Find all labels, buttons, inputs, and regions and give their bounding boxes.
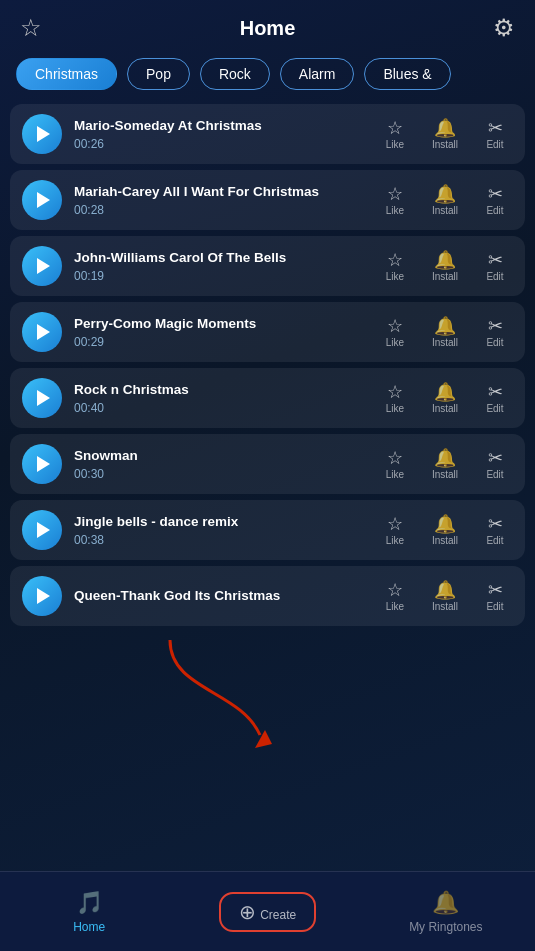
category-rock[interactable]: Rock bbox=[200, 58, 270, 90]
song-title: Jingle bells - dance remix bbox=[74, 513, 365, 531]
install-icon: 🔔 bbox=[434, 515, 456, 533]
bottom-nav: 🎵 Home ⊕ Create 🔔 My Ringtones bbox=[0, 871, 535, 951]
header: ☆ Home ⚙ bbox=[0, 0, 535, 52]
edit-action[interactable]: ✂ Edit bbox=[477, 383, 513, 414]
song-duration: 00:28 bbox=[74, 203, 365, 217]
install-icon: 🔔 bbox=[434, 119, 456, 137]
like-action[interactable]: ☆ Like bbox=[377, 449, 413, 480]
song-duration: 00:30 bbox=[74, 467, 365, 481]
song-row: Queen-Thank God Its Christmas ☆ Like 🔔 I… bbox=[10, 566, 525, 626]
edit-action[interactable]: ✂ Edit bbox=[477, 251, 513, 282]
play-icon bbox=[37, 522, 50, 538]
edit-label: Edit bbox=[486, 271, 503, 282]
edit-action[interactable]: ✂ Edit bbox=[477, 185, 513, 216]
ringtones-icon: 🔔 bbox=[432, 890, 459, 916]
like-action[interactable]: ☆ Like bbox=[377, 383, 413, 414]
edit-icon: ✂ bbox=[488, 449, 503, 467]
category-bar: Christmas Pop Rock Alarm Blues & bbox=[0, 52, 535, 104]
edit-action[interactable]: ✂ Edit bbox=[477, 317, 513, 348]
play-button[interactable] bbox=[22, 312, 62, 352]
edit-action[interactable]: ✂ Edit bbox=[477, 119, 513, 150]
nav-my-ringtones[interactable]: 🔔 My Ringtones bbox=[357, 872, 535, 951]
edit-icon: ✂ bbox=[488, 581, 503, 599]
like-action[interactable]: ☆ Like bbox=[377, 251, 413, 282]
song-row: John-Williams Carol Of The Bells 00:19 ☆… bbox=[10, 236, 525, 296]
category-pop[interactable]: Pop bbox=[127, 58, 190, 90]
nav-create[interactable]: ⊕ Create bbox=[178, 872, 356, 951]
install-action[interactable]: 🔔 Install bbox=[427, 185, 463, 216]
like-action[interactable]: ☆ Like bbox=[377, 515, 413, 546]
play-icon bbox=[37, 126, 50, 142]
install-action[interactable]: 🔔 Install bbox=[427, 449, 463, 480]
like-action[interactable]: ☆ Like bbox=[377, 185, 413, 216]
like-action[interactable]: ☆ Like bbox=[377, 581, 413, 612]
star-icon[interactable]: ☆ bbox=[20, 14, 42, 42]
song-list: Mario-Someday At Christmas 00:26 ☆ Like … bbox=[0, 104, 535, 626]
install-icon: 🔔 bbox=[434, 251, 456, 269]
song-actions: ☆ Like 🔔 Install ✂ Edit bbox=[377, 251, 513, 282]
like-icon: ☆ bbox=[387, 317, 403, 335]
install-action[interactable]: 🔔 Install bbox=[427, 383, 463, 414]
install-label: Install bbox=[432, 205, 458, 216]
arrow-annotation bbox=[160, 630, 290, 754]
play-icon bbox=[37, 324, 50, 340]
nav-home[interactable]: 🎵 Home bbox=[0, 872, 178, 951]
play-button[interactable] bbox=[22, 510, 62, 550]
song-actions: ☆ Like 🔔 Install ✂ Edit bbox=[377, 449, 513, 480]
song-actions: ☆ Like 🔔 Install ✂ Edit bbox=[377, 185, 513, 216]
play-button[interactable] bbox=[22, 378, 62, 418]
install-action[interactable]: 🔔 Install bbox=[427, 515, 463, 546]
play-button[interactable] bbox=[22, 180, 62, 220]
category-alarm[interactable]: Alarm bbox=[280, 58, 355, 90]
install-action[interactable]: 🔔 Install bbox=[427, 581, 463, 612]
play-button[interactable] bbox=[22, 114, 62, 154]
edit-icon: ✂ bbox=[488, 515, 503, 533]
like-icon: ☆ bbox=[387, 515, 403, 533]
install-icon: 🔔 bbox=[434, 185, 456, 203]
install-icon: 🔔 bbox=[434, 317, 456, 335]
like-label: Like bbox=[386, 271, 404, 282]
edit-action[interactable]: ✂ Edit bbox=[477, 581, 513, 612]
settings-icon[interactable]: ⚙ bbox=[493, 14, 515, 42]
create-button[interactable]: ⊕ Create bbox=[219, 892, 316, 932]
edit-icon: ✂ bbox=[488, 119, 503, 137]
install-action[interactable]: 🔔 Install bbox=[427, 317, 463, 348]
install-action[interactable]: 🔔 Install bbox=[427, 119, 463, 150]
song-duration: 00:29 bbox=[74, 335, 365, 349]
play-button[interactable] bbox=[22, 444, 62, 484]
edit-label: Edit bbox=[486, 601, 503, 612]
song-row: Mariah-Carey All I Want For Christmas 00… bbox=[10, 170, 525, 230]
category-blues[interactable]: Blues & bbox=[364, 58, 450, 90]
like-icon: ☆ bbox=[387, 581, 403, 599]
play-button[interactable] bbox=[22, 576, 62, 616]
play-button[interactable] bbox=[22, 246, 62, 286]
edit-action[interactable]: ✂ Edit bbox=[477, 515, 513, 546]
edit-label: Edit bbox=[486, 403, 503, 414]
play-icon bbox=[37, 390, 50, 406]
like-label: Like bbox=[386, 535, 404, 546]
song-title: Snowman bbox=[74, 447, 365, 465]
song-row: Snowman 00:30 ☆ Like 🔔 Install ✂ Edit bbox=[10, 434, 525, 494]
install-label: Install bbox=[432, 139, 458, 150]
category-christmas[interactable]: Christmas bbox=[16, 58, 117, 90]
like-action[interactable]: ☆ Like bbox=[377, 317, 413, 348]
edit-icon: ✂ bbox=[488, 317, 503, 335]
song-actions: ☆ Like 🔔 Install ✂ Edit bbox=[377, 515, 513, 546]
song-row: Mario-Someday At Christmas 00:26 ☆ Like … bbox=[10, 104, 525, 164]
song-info: Jingle bells - dance remix 00:38 bbox=[74, 513, 365, 547]
like-label: Like bbox=[386, 469, 404, 480]
song-duration: 00:38 bbox=[74, 533, 365, 547]
song-title: Mariah-Carey All I Want For Christmas bbox=[74, 183, 365, 201]
edit-action[interactable]: ✂ Edit bbox=[477, 449, 513, 480]
install-action[interactable]: 🔔 Install bbox=[427, 251, 463, 282]
like-label: Like bbox=[386, 403, 404, 414]
song-title: Rock n Christmas bbox=[74, 381, 365, 399]
edit-label: Edit bbox=[486, 469, 503, 480]
like-icon: ☆ bbox=[387, 449, 403, 467]
play-icon bbox=[37, 192, 50, 208]
edit-label: Edit bbox=[486, 535, 503, 546]
install-label: Install bbox=[432, 403, 458, 414]
create-icon: ⊕ bbox=[239, 901, 256, 923]
edit-label: Edit bbox=[486, 139, 503, 150]
like-action[interactable]: ☆ Like bbox=[377, 119, 413, 150]
